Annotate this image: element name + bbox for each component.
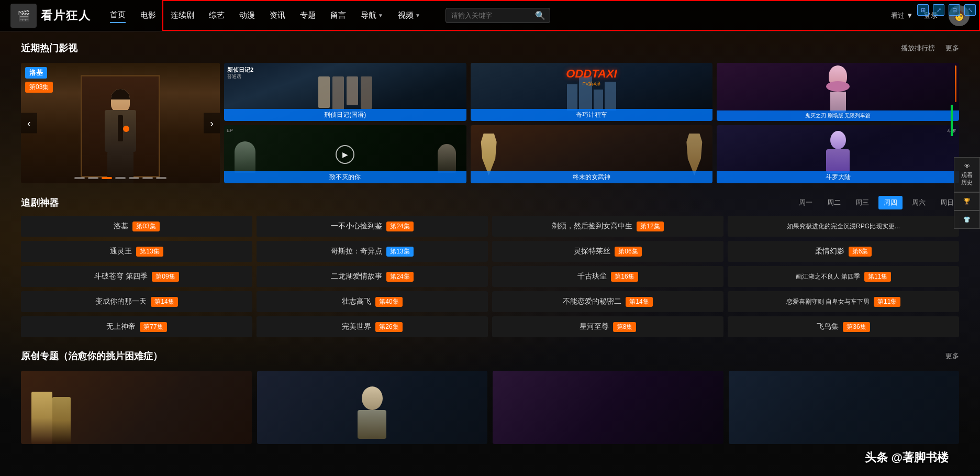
card-title-ghost: 鬼灭之刃 剧场版 无限列车篇 [717,110,959,121]
hero-dots [74,177,166,179]
shirt-button[interactable]: 👕 [954,211,980,229]
schedule-item[interactable]: 千古玦尘 第16集 [492,266,723,287]
trophy-button[interactable]: 🏆 [954,192,980,211]
featured-title: 近期热门影视 [21,42,77,54]
hero-dot-6[interactable] [142,177,153,179]
play-button-immortal[interactable]: ▶ [336,145,354,164]
schedule-item[interactable]: 飞鸟集 第36集 [728,316,959,337]
grid-card-oddtaxi[interactable]: ODDTAXI PV第4弾 奇巧计程车 [471,63,713,121]
topics-header: 原创专题（治愈你的挑片困难症） 更多 [21,350,959,362]
nav-movie[interactable]: 电影 [140,8,156,23]
featured-section-header: 近期热门影视 播放排行榜 更多 [21,42,959,54]
topics-section: 原创专题（治愈你的挑片困难症） 更多 [21,350,959,444]
schedule-item[interactable]: 斗破苍穹 第四季 第09集 [21,266,252,287]
schedule-item[interactable]: 壮志高飞 第40集 [257,291,488,312]
logo-text: 看片狂人 [41,8,91,24]
card-title-immortal: 致不灭的你 [224,171,466,183]
topic-card-4[interactable] [729,371,960,444]
logo[interactable]: 🎬 看片狂人 [10,4,94,28]
nav-message[interactable]: 留言 [330,8,346,23]
schedule-item[interactable]: 星河至尊 第8集 [492,316,723,337]
nav-news[interactable]: 资讯 [270,8,285,23]
nav-topics[interactable]: 专题 [300,8,316,23]
day-mon[interactable]: 周一 [794,196,818,209]
schedule-item[interactable]: 恋爱喜剧守则 自卑女与车下男 第11集 [728,291,959,312]
corner-icon-1[interactable]: ⊞ [917,4,929,16]
topics-more-link[interactable]: 更多 [945,351,959,361]
hero-figure [21,63,220,183]
schedule-item[interactable]: 如果究极进化的完全沉浸RPG比现实更... [728,216,959,237]
weekly-header: 追剧神器 周一 周二 周三 周四 周六 周日 [21,196,959,209]
card-title-goddess: 终末的女武神 [471,171,713,183]
nav-video[interactable]: 视频 ▼ [398,8,420,23]
watch-history-button[interactable]: 👁 观看历史 [954,157,980,192]
hero-dot-4[interactable] [115,177,126,179]
search-box: 🔍 [446,8,550,23]
corner-icon-4[interactable]: ⤡ [964,4,976,16]
day-wed[interactable]: 周三 [850,196,874,209]
watch-history-label: 观看历史 [961,171,973,186]
trophy-icon: 🏆 [963,198,971,205]
topic-card-2[interactable] [257,371,488,444]
watched-button[interactable]: 看过 ▼ [891,11,913,20]
schedule-item[interactable]: 哥斯拉：奇异点 第13集 [257,241,488,262]
corner-icon-3[interactable]: ⊟ [949,4,960,16]
grid-card-immortal[interactable]: ▶ EP 致不灭的你 [224,125,466,183]
grid-card-detective[interactable]: 新侦日记2 普通话 刑侦日记(国语) [224,63,466,121]
ranking-link[interactable]: 播放排行榜 [901,43,935,53]
nav-anime[interactable]: 动漫 [239,8,255,23]
schedule-item[interactable]: 无上神帝 第77集 [21,316,252,337]
grid-card-ghost[interactable]: 鬼灭之刃 剧场版 无限列车篇 [717,63,959,121]
corner-icon-2[interactable]: ⤢ [933,4,944,16]
grid-card-douluodalu[interactable]: 斗罗 斗罗大陆 [717,125,959,183]
more-link[interactable]: 更多 [945,43,959,53]
day-sat[interactable]: 周六 [907,196,931,209]
card-title-oddtaxi: 奇巧计程车 [471,109,713,121]
schedule-item[interactable]: 剃须，然后捡到女高中生 第12集 [492,216,723,237]
nav-series[interactable]: 连续剧 [171,8,194,23]
logo-icon: 🎬 [10,4,37,28]
search-button[interactable]: 🔍 [535,10,545,20]
day-tue[interactable]: 周二 [822,196,846,209]
hero-prev-button[interactable]: ‹ [21,113,37,134]
watermark: 头条 @著脚书楼 [865,450,949,466]
schedule-item[interactable]: 不能恋爱的秘密二 第14集 [492,291,723,312]
schedule-item[interactable]: 灵探特莱丝 第06集 [492,241,723,262]
hero-dot-2[interactable] [88,177,98,179]
schedule-item[interactable]: 画江湖之不良人 第四季 第11集 [728,266,959,287]
weekly-title: 追剧神器 [21,196,59,209]
topic-card-3[interactable] [493,371,723,444]
topic-card-1[interactable] [21,371,252,444]
watch-history-icon: 👁 [964,163,970,169]
nav-links: 首页 电影 连续剧 综艺 动漫 资讯 专题 留言 导航 ▼ 视频 ▼ 🔍 [110,8,881,23]
hero-dot-3[interactable] [102,177,112,179]
schedule-item[interactable]: 二龙湖爱情故事 第24集 [257,266,488,287]
nav-home[interactable]: 首页 [110,8,126,23]
nav-navigation[interactable]: 导航 ▼ [361,8,383,23]
hero-slide[interactable]: ‹ [21,63,220,183]
watched-label: 看过 [891,11,905,20]
featured-section-right: 播放排行榜 更多 [901,43,959,53]
hero-dot-7[interactable] [156,177,166,179]
main-content: 近期热门影视 播放排行榜 更多 ‹ [0,31,980,455]
grid-card-goddess[interactable]: 终末的女武神 [471,125,713,183]
hero-next-button[interactable]: › [204,113,220,134]
shirt-icon: 👕 [963,216,971,223]
watched-arrow: ▼ [906,12,913,19]
hero-dot-5[interactable] [129,177,139,179]
schedule-item[interactable]: 洛基 第03集 [21,216,252,237]
schedule-grid: 洛基 第03集 一不小心捡到鉴 第24集 剃须，然后捡到女高中生 第12集 如果… [21,216,959,337]
right-grid: 新侦日记2 普通话 刑侦日记(国语) [224,63,959,183]
hero-dot-1[interactable] [74,177,85,179]
schedule-item[interactable]: 柔情幻影 第6集 [728,241,959,262]
schedule-item[interactable]: 变成你的那一天 第14集 [21,291,252,312]
schedule-item[interactable]: 完美世界 第26集 [257,316,488,337]
video-arrow-down: ▼ [415,13,420,18]
topics-grid [21,371,959,444]
nav-variety[interactable]: 综艺 [209,8,225,23]
search-input[interactable] [451,12,535,19]
day-thu[interactable]: 周四 [878,196,903,209]
weekly-section: 追剧神器 周一 周二 周三 周四 周六 周日 洛基 第03集 一不小心捡到鉴 [21,196,959,337]
schedule-item[interactable]: 通灵王 第13集 [21,241,252,262]
schedule-item[interactable]: 一不小心捡到鉴 第24集 [257,216,488,237]
